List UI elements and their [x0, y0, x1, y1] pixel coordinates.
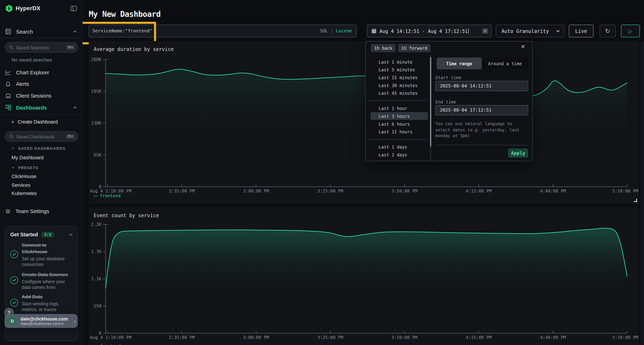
granularity-select[interactable]: Auto Granularity — [496, 25, 565, 37]
no-saved-searches-text: No saved searches — [12, 57, 52, 62]
divider — [0, 38, 82, 38]
sidebar: HyperDX Search Saved Searches ⌘K — [0, 0, 82, 345]
check-circle-icon — [10, 250, 18, 258]
chart-panel-event-count: Event count by service 2.2K1.7K1.1K5500A… — [89, 207, 639, 345]
svg-text:Aug 4 2:10:00 PM: Aug 4 2:10:00 PM — [90, 189, 132, 194]
sidebar-item-my-dashboard[interactable]: My Dashboard — [12, 155, 44, 161]
saved-searches-input[interactable]: Saved Searches ⌘K — [5, 42, 78, 52]
gear-icon: ⚙ — [5, 208, 10, 214]
range-option[interactable]: Last 15 minutes — [370, 73, 428, 81]
time-forward-button[interactable]: 1h forward — [398, 44, 430, 52]
time-range-input[interactable]: Aug 4 14:12:51 - Aug 4 17:12:51 d — [367, 25, 492, 37]
start-time-input[interactable]: 2025-08-04 14:12:51 — [436, 81, 528, 91]
sidebar-item-clickhouse[interactable]: ClickHouse — [12, 174, 36, 179]
chart-legend[interactable]: frontend — [94, 193, 120, 198]
lucene-mode-toggle[interactable]: Lucene — [336, 28, 352, 34]
create-dashboard-button[interactable]: + Create Dashboard — [11, 119, 77, 125]
event-count-chart[interactable]: 2.2K1.7K1.1K5500Aug 4 2:10:00 PM2:35:00 … — [89, 207, 639, 345]
range-option-selected[interactable]: Last 3 hours — [370, 112, 428, 120]
range-option[interactable]: Last 30 minutes — [370, 81, 428, 89]
saved-searches-placeholder: Saved Searches — [16, 45, 49, 50]
item-label: Team Settings — [16, 208, 49, 214]
svg-text:5:10:00 PM: 5:10:00 PM — [612, 189, 638, 194]
sidebar-item-team-settings[interactable]: ⚙ Team Settings — [5, 208, 77, 215]
chevron-down-icon — [556, 30, 560, 32]
time-picker-popup: 1h back 1h forward ✕ Last 1 minute Last … — [365, 41, 533, 161]
range-option[interactable]: Last 2 days — [370, 151, 428, 159]
svg-text:2:35:00 PM: 2:35:00 PM — [169, 335, 195, 340]
get-started-item[interactable]: Connect to ClickHouse Set up your databa… — [22, 242, 70, 267]
get-started-item[interactable]: Add Data Start sending logs, metrics, or… — [22, 294, 70, 313]
search-nav-icon — [5, 29, 11, 34]
panel-resize-handle[interactable] — [634, 199, 637, 202]
refresh-icon: ↻ — [605, 28, 610, 34]
kbd-d-hint: d — [482, 28, 488, 34]
sidebar-item-client-sessions[interactable]: Client Sessions — [5, 92, 77, 99]
tab-time-range[interactable]: Time range — [437, 57, 482, 69]
section-label: SAVED DASHBOARDS — [18, 146, 66, 150]
saved-dashboards-input[interactable]: Saved Dashboards ⌘K — [5, 131, 78, 142]
chart-legend[interactable]: frontend — [94, 344, 120, 345]
chart-panel-avg-duration: Average duration by service 260K195K130K… — [89, 41, 639, 204]
tab-around-a-time[interactable]: Around a time — [482, 57, 528, 69]
user-menu[interactable]: D dale@clickhouse.com dale@clickhouse.co… — [4, 314, 78, 328]
saved-dashboards-placeholder: Saved Dashboards — [16, 134, 54, 139]
section-saved-dashboards[interactable]: SAVED DASHBOARDS — [12, 146, 66, 151]
section-presets[interactable]: PRESETS — [12, 165, 38, 170]
chevron-down-icon — [12, 147, 15, 149]
range-option[interactable]: Last 45 minutes — [370, 89, 428, 97]
chevron-down-icon — [12, 167, 15, 169]
laptop-icon — [5, 93, 11, 98]
natural-language-hint: You can use natural language to select d… — [436, 121, 529, 139]
chevron-up-icon — [73, 30, 77, 33]
range-option[interactable]: Last 5 minutes — [370, 66, 428, 73]
avg-duration-chart[interactable]: 260K195K130K65K0Aug 4 2:10:00 PM2:35:00 … — [89, 41, 639, 204]
brand-row: HyperDX — [5, 4, 77, 12]
svg-text:1.7K: 1.7K — [91, 249, 102, 254]
search-label: Search — [16, 28, 33, 35]
step-title: Add Data — [22, 294, 70, 300]
item-label: Chart Explorer — [16, 69, 49, 75]
sql-mode-toggle[interactable]: SQL — [320, 28, 328, 34]
list-scrollbar-thumb[interactable] — [430, 57, 431, 147]
svg-text:4:40:00 PM: 4:40:00 PM — [540, 335, 566, 340]
page-scrollbar[interactable] — [640, 41, 644, 345]
get-started-item[interactable]: Create Data Sources Configure where your… — [22, 271, 70, 291]
time-back-button[interactable]: 1h back — [371, 44, 396, 52]
list-scrollbar-track[interactable] — [430, 55, 431, 161]
svg-text:3:50:00 PM: 3:50:00 PM — [392, 335, 418, 340]
item-label: Alerts — [16, 81, 29, 87]
sidebar-item-search[interactable]: Search — [5, 28, 77, 35]
range-option[interactable]: Last 6 hours — [370, 120, 428, 128]
range-option[interactable]: Last 1 days — [370, 143, 428, 151]
step-desc: Set up your database connection — [22, 256, 70, 268]
live-button[interactable]: Live — [569, 25, 594, 37]
end-time-value: 2025-08-04 17:12:51 — [440, 108, 492, 113]
refresh-button[interactable]: ↻ — [600, 25, 616, 37]
range-option[interactable]: Last 7 days — [370, 158, 428, 161]
range-option[interactable]: Last 1 hour — [370, 104, 428, 112]
avatar-initial: D — [11, 319, 14, 324]
legend-series-label: frontend — [100, 344, 120, 345]
sidebar-item-chart-explorer[interactable]: Chart Explorer — [5, 69, 77, 76]
step-title: Connect to ClickHouse — [22, 242, 70, 255]
collapse-sidebar-icon[interactable] — [71, 5, 77, 11]
end-time-input[interactable]: 2025-08-04 17:12:51 — [436, 105, 528, 115]
user-subtitle: dale@clickhouse.com's — [20, 321, 73, 326]
svg-text:260K: 260K — [91, 57, 102, 62]
start-time-value: 2025-08-04 14:12:51 — [440, 83, 492, 89]
close-icon[interactable]: ✕ — [521, 43, 525, 49]
svg-text:65K: 65K — [94, 152, 102, 157]
sidebar-item-dashboards[interactable]: Dashboards — [5, 104, 77, 111]
chevron-up-icon[interactable] — [69, 234, 73, 236]
range-option[interactable]: Last 1 minute — [370, 58, 428, 66]
sidebar-item-kubernetes[interactable]: Kubernetes — [12, 190, 37, 196]
bell-icon — [5, 81, 11, 87]
get-started-title: Get Started — [10, 232, 38, 238]
list-divider — [369, 101, 427, 101]
sidebar-item-services[interactable]: Services — [12, 182, 30, 188]
sidebar-item-alerts[interactable]: Alerts — [5, 80, 77, 87]
apply-button[interactable]: Apply — [508, 149, 528, 158]
range-option[interactable]: Last 12 hours — [370, 128, 428, 135]
run-button[interactable]: ▷ — [621, 25, 640, 37]
